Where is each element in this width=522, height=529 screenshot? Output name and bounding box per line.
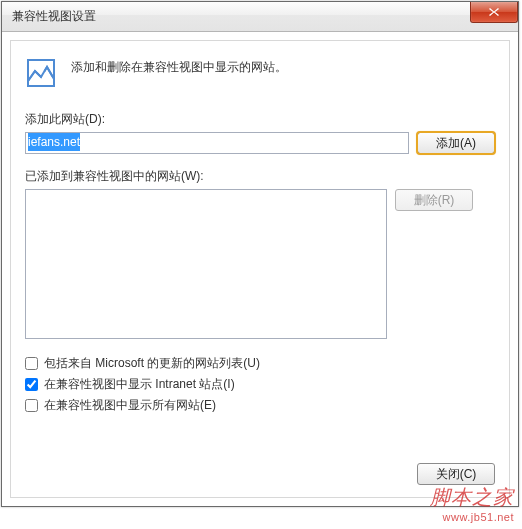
- dialog-description: 添加和删除在兼容性视图中显示的网站。: [71, 55, 287, 76]
- close-icon: [488, 7, 500, 17]
- compat-view-icon: [25, 57, 57, 89]
- checkbox-all-sites-label: 在兼容性视图中显示所有网站(E): [44, 397, 216, 414]
- watermark-url: www.jb51.net: [430, 511, 514, 523]
- checkbox-intranet-input[interactable]: [25, 378, 38, 391]
- website-list-row: 删除(R): [25, 189, 495, 339]
- website-listbox[interactable]: [25, 189, 387, 339]
- remove-button: 删除(R): [395, 189, 473, 211]
- options-group: 包括来自 Microsoft 的更新的网站列表(U) 在兼容性视图中显示 Int…: [25, 355, 495, 414]
- title-bar: 兼容性视图设置: [2, 2, 518, 32]
- add-button-label: 添加(A): [436, 135, 476, 152]
- dialog-content: 添加和删除在兼容性视图中显示的网站。 添加此网站(D): iefans.net …: [10, 40, 510, 498]
- dialog-window: 兼容性视图设置 添加和删除在兼容性视图中显示的网站。 添加此网站(D): ief…: [1, 1, 519, 507]
- checkbox-ms-list-label: 包括来自 Microsoft 的更新的网站列表(U): [44, 355, 260, 372]
- add-website-row: iefans.net 添加(A): [25, 132, 495, 154]
- add-website-input[interactable]: iefans.net: [25, 132, 409, 154]
- checkbox-ms-list[interactable]: 包括来自 Microsoft 的更新的网站列表(U): [25, 355, 495, 372]
- checkbox-ms-list-input[interactable]: [25, 357, 38, 370]
- header-row: 添加和删除在兼容性视图中显示的网站。: [25, 55, 495, 89]
- checkbox-all-sites-input[interactable]: [25, 399, 38, 412]
- dialog-footer: 关闭(C): [417, 463, 495, 485]
- checkbox-intranet[interactable]: 在兼容性视图中显示 Intranet 站点(I): [25, 376, 495, 393]
- add-button[interactable]: 添加(A): [417, 132, 495, 154]
- window-title: 兼容性视图设置: [2, 8, 96, 25]
- remove-button-label: 删除(R): [414, 192, 455, 209]
- website-list-label: 已添加到兼容性视图中的网站(W):: [25, 168, 495, 185]
- close-window-button[interactable]: [470, 2, 518, 23]
- checkbox-all-sites[interactable]: 在兼容性视图中显示所有网站(E): [25, 397, 495, 414]
- input-selected-text: iefans.net: [28, 133, 80, 151]
- close-button-label: 关闭(C): [436, 466, 477, 483]
- checkbox-intranet-label: 在兼容性视图中显示 Intranet 站点(I): [44, 376, 235, 393]
- close-button[interactable]: 关闭(C): [417, 463, 495, 485]
- add-website-label: 添加此网站(D):: [25, 111, 495, 128]
